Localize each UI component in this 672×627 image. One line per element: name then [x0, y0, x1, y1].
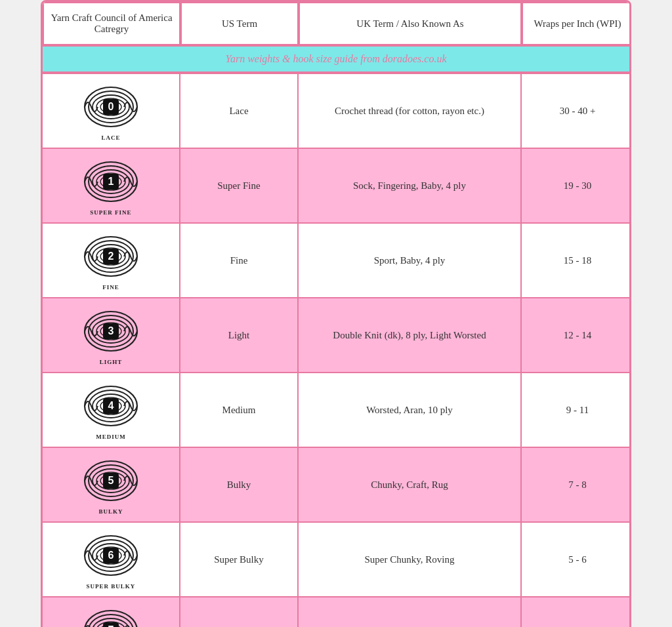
yarn-icon-3: 3: [81, 305, 140, 357]
yarn-label-6: SUPER BULKY: [87, 583, 136, 590]
yarn-label-2: FINE: [102, 284, 119, 291]
table-row: 3 LIGHT Light Double Knit (dk), 8 ply, L…: [43, 297, 629, 372]
yarn-category-cell: 1 SUPER FINE: [43, 149, 180, 222]
yarn-icon-4: 4: [81, 380, 140, 432]
yarn-category-cell: 6 SUPER BULKY: [43, 523, 180, 596]
yarn-icon-1: 1: [81, 155, 140, 208]
uk-term-cell: Ultra, Roving: [299, 597, 522, 627]
table-row: 6 SUPER BULKY Super Bulky Super Chunky, …: [43, 521, 629, 596]
table-header: Yarn Craft Council of America Catregry U…: [43, 2, 629, 45]
yarn-icon-7: 7: [81, 604, 140, 627]
yarn-category-cell: 0 LACE: [43, 74, 180, 148]
wpi-cell: 15 - 18: [522, 224, 631, 297]
yarn-icon-6: 6: [81, 529, 140, 582]
svg-text:0: 0: [108, 101, 114, 112]
svg-text:5: 5: [108, 475, 114, 486]
svg-text:3: 3: [108, 325, 114, 336]
table-row: 1 SUPER FINE Super Fine Sock, Fingering,…: [43, 148, 629, 222]
table-body: 0 LACE Lace Crochet thread (for cotton, …: [43, 73, 629, 627]
svg-text:1: 1: [108, 176, 114, 187]
yarn-label-4: MEDIUM: [96, 434, 126, 440]
yarn-icon-2: 2: [81, 230, 140, 283]
yarn-weight-table: Yarn Craft Council of America Catregry U…: [41, 0, 631, 627]
uk-term-cell: Super Chunky, Roving: [299, 523, 522, 596]
header-uk-term: UK Term / Also Known As: [299, 2, 522, 45]
table-row: 4 MEDIUM Medium Worsted, Aran, 10 ply 9 …: [43, 372, 629, 447]
us-term-cell: Jumbo: [180, 597, 299, 627]
yarn-category-cell: 7 JUMBO: [43, 597, 180, 627]
yarn-category-cell: 2 FINE: [43, 224, 180, 297]
wpi-cell: 7 - 8: [522, 448, 631, 521]
wpi-cell: 19 - 30: [522, 149, 631, 222]
wpi-cell: 12 - 14: [522, 298, 631, 372]
subtitle-text: Yarn weights & hook size guide from dora…: [225, 53, 446, 64]
header-us-term: US Term: [180, 2, 299, 45]
wpi-cell: 5 - 6: [522, 523, 631, 596]
us-term-cell: Light: [180, 298, 299, 372]
us-term-cell: Super Fine: [180, 149, 299, 222]
yarn-icon-5: 5: [81, 455, 140, 507]
svg-text:4: 4: [108, 400, 114, 411]
uk-term-cell: Sport, Baby, 4 ply: [299, 224, 522, 297]
table-row: 5 BULKY Bulky Chunky, Craft, Rug 7 - 8: [43, 447, 629, 521]
table-row: 2 FINE Fine Sport, Baby, 4 ply 15 - 18: [43, 222, 629, 297]
yarn-label-1: SUPER FINE: [90, 209, 131, 216]
yarn-label-0: LACE: [101, 134, 120, 141]
svg-text:7: 7: [108, 624, 114, 627]
header-wpi: Wraps per Inch (WPI): [522, 2, 631, 45]
header-category: Yarn Craft Council of America Catregry: [43, 2, 180, 45]
table-row: 7 JUMBO Jumbo Ultra, Roving 1 - 4: [43, 596, 629, 627]
yarn-category-cell: 3 LIGHT: [43, 298, 180, 372]
yarn-label-5: BULKY: [98, 508, 123, 515]
us-term-cell: Lace: [180, 74, 299, 148]
uk-term-cell: Sock, Fingering, Baby, 4 ply: [299, 149, 522, 222]
uk-term-cell: Worsted, Aran, 10 ply: [299, 373, 522, 447]
uk-term-cell: Crochet thread (for cotton, rayon etc.): [299, 74, 522, 148]
us-term-cell: Super Bulky: [180, 523, 299, 596]
us-term-cell: Fine: [180, 224, 299, 297]
yarn-category-cell: 4 MEDIUM: [43, 373, 180, 447]
uk-term-cell: Double Knit (dk), 8 ply, Light Worsted: [299, 298, 522, 372]
yarn-label-3: LIGHT: [100, 359, 123, 365]
uk-term-cell: Chunky, Craft, Rug: [299, 448, 522, 521]
us-term-cell: Bulky: [180, 448, 299, 521]
subtitle-row: Yarn weights & hook size guide from dora…: [43, 45, 629, 73]
svg-text:2: 2: [108, 251, 114, 262]
wpi-cell: 9 - 11: [522, 373, 631, 447]
wpi-cell: 30 - 40 +: [522, 74, 631, 148]
us-term-cell: Medium: [180, 373, 299, 447]
svg-text:6: 6: [108, 550, 114, 561]
yarn-icon-0: 0: [81, 81, 140, 133]
yarn-category-cell: 5 BULKY: [43, 448, 180, 521]
table-row: 0 LACE Lace Crochet thread (for cotton, …: [43, 73, 629, 148]
wpi-cell: 1 - 4: [522, 597, 631, 627]
